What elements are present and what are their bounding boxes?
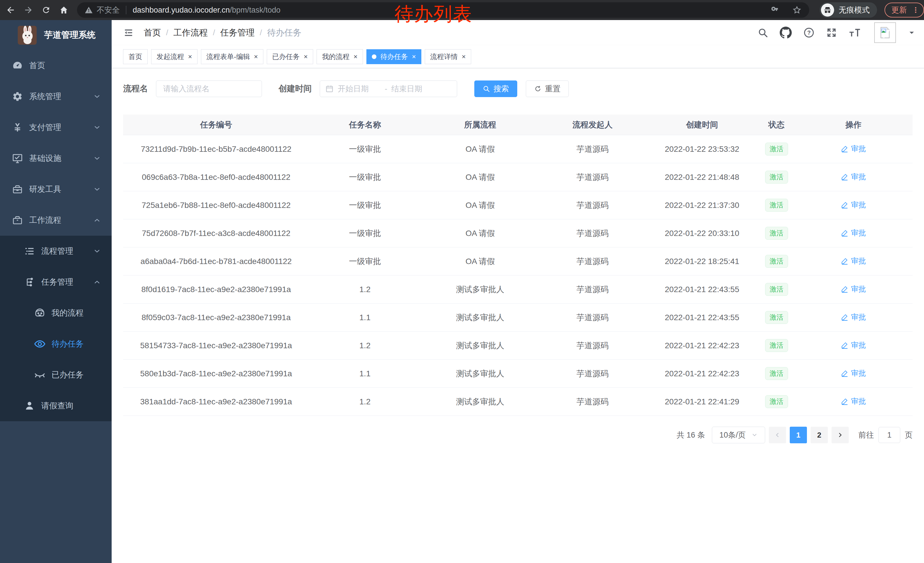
sidebar-item-home[interactable]: 首页	[0, 50, 112, 81]
sidebar-item-system[interactable]: 系统管理	[0, 81, 112, 112]
tab-已办任务[interactable]: 已办任务×	[267, 49, 313, 64]
browser-back-icon[interactable]	[3, 3, 18, 17]
tab-close-icon[interactable]: ×	[304, 53, 308, 60]
end-date-input[interactable]	[391, 84, 434, 93]
breadcrumb-item[interactable]: 首页	[144, 27, 161, 39]
github-icon[interactable]	[780, 27, 792, 39]
pencil-icon	[841, 398, 848, 405]
sidebar-item-payment[interactable]: 支付管理	[0, 112, 112, 143]
table-row: 8f059c03-7ac8-11ec-a9e2-a2380e71991a1.1测…	[123, 303, 912, 332]
tab-发起流程[interactable]: 发起流程×	[151, 49, 198, 64]
sidebar-item-workflow[interactable]: 工作流程	[0, 205, 112, 236]
tree-icon	[23, 277, 36, 288]
next-page-button[interactable]	[831, 427, 849, 443]
table-row: 73211d9d-7b9b-11ec-b5b7-acde48001122一级审批…	[123, 135, 912, 163]
cell-task-name: 1.2	[309, 341, 421, 350]
approve-link[interactable]: 审批	[841, 284, 866, 294]
breadcrumb-item[interactable]: 任务管理	[220, 27, 255, 39]
column-header: 操作	[794, 119, 912, 130]
prev-page-button[interactable]	[769, 427, 786, 443]
update-button[interactable]: 更新	[885, 3, 924, 18]
cell-starter: 芋道源码	[540, 228, 645, 239]
chevron-down-icon	[93, 93, 101, 100]
goto-page-input[interactable]	[879, 427, 900, 443]
fullscreen-icon[interactable]	[826, 27, 837, 38]
sidebar-item-my-process[interactable]: 我的流程	[0, 297, 112, 329]
sidebar-item-process-mgmt[interactable]: 流程管理	[0, 236, 112, 267]
font-size-icon[interactable]	[848, 27, 861, 38]
sidebar-item-todo-task[interactable]: 待办任务	[0, 329, 112, 359]
approve-link[interactable]: 审批	[841, 200, 866, 210]
approve-link[interactable]: 审批	[841, 172, 866, 182]
approve-link[interactable]: 审批	[841, 144, 866, 154]
sidebar-logo-row[interactable]: 芋道管理系统	[0, 20, 112, 50]
tab-close-icon[interactable]: ×	[412, 53, 416, 60]
process-name-input[interactable]	[156, 81, 262, 97]
cell-starter: 芋道源码	[540, 312, 645, 323]
toolbox-icon	[11, 184, 24, 195]
dashboard-icon	[11, 60, 24, 71]
tab-close-icon[interactable]: ×	[254, 53, 258, 60]
approve-link[interactable]: 审批	[841, 396, 866, 406]
approve-link[interactable]: 审批	[841, 256, 866, 266]
tab-首页[interactable]: 首页	[123, 49, 148, 64]
robot-icon	[33, 307, 46, 319]
date-range-picker[interactable]: -	[320, 81, 457, 97]
chevron-left-icon	[774, 432, 781, 438]
pencil-icon	[841, 313, 848, 321]
sidebar-item-devtools[interactable]: 研发工具	[0, 174, 112, 205]
search-button[interactable]: 搜索	[474, 81, 517, 97]
url-path: /bpm/task/todo	[230, 6, 280, 15]
page-button-2[interactable]: 2	[811, 427, 828, 443]
security-label[interactable]: 不安全	[96, 5, 120, 15]
sidebar-item-label: 流程管理	[41, 246, 73, 257]
table-row: 8f0d1619-7ac8-11ec-a9e2-a2380e71991a1.2测…	[123, 275, 912, 303]
search-icon[interactable]	[758, 27, 768, 38]
breadcrumb-item[interactable]: 工作流程	[174, 27, 208, 39]
filter-row: 流程名 创建时间 - 搜索	[123, 80, 912, 98]
tab-流程详情[interactable]: 流程详情×	[425, 49, 471, 64]
approve-link[interactable]: 审批	[841, 340, 866, 350]
browser-reload-icon[interactable]	[39, 3, 53, 17]
sidebar-collapse-icon[interactable]	[123, 27, 134, 38]
status-badge: 激活	[765, 171, 788, 183]
sidebar-item-done-task[interactable]: 已办任务	[0, 359, 112, 390]
page-button-1[interactable]: 1	[790, 427, 807, 443]
create-time-label: 创建时间	[279, 83, 312, 95]
tab-close-icon[interactable]: ×	[462, 53, 466, 60]
bookmark-star-icon[interactable]	[792, 5, 802, 15]
cell-process: 测试多审批人	[421, 284, 540, 295]
security-warning-icon[interactable]	[84, 6, 93, 14]
browser-forward-icon[interactable]	[21, 3, 36, 17]
cell-create-time: 2022-01-22 23:53:32	[645, 145, 759, 154]
tab-close-icon[interactable]: ×	[354, 53, 357, 60]
app-header: 首页/工作流程/任务管理/待办任务 ?	[112, 20, 924, 45]
approve-link[interactable]: 审批	[841, 368, 866, 378]
start-date-input[interactable]	[338, 84, 381, 93]
incognito-badge: 无痕模式	[819, 2, 877, 18]
sidebar-item-infra[interactable]: 基础设施	[0, 143, 112, 174]
passkey-icon[interactable]	[769, 5, 778, 15]
reset-button[interactable]: 重置	[526, 81, 569, 97]
tab-流程表单-编辑[interactable]: 流程表单-编辑×	[201, 49, 263, 64]
avatar-caret-down-icon[interactable]	[908, 29, 915, 36]
help-icon[interactable]: ?	[803, 27, 814, 38]
sidebar: 芋道管理系统 首页系统管理支付管理基础设施研发工具工作流程流程管理任务管理我的流…	[0, 20, 112, 563]
approve-link[interactable]: 审批	[841, 312, 866, 322]
cell-task-id: 73211d9d-7b9b-11ec-b5b7-acde48001122	[123, 145, 309, 154]
cell-task-name: 一级审批	[309, 228, 421, 239]
app-title: 芋道管理系统	[44, 29, 96, 41]
tab-close-icon[interactable]: ×	[188, 53, 192, 60]
page-size-select[interactable]: 10条/页	[712, 427, 765, 443]
pencil-icon	[841, 369, 848, 377]
sidebar-item-leave-query[interactable]: 请假查询	[0, 390, 112, 421]
browser-menu-kebab-icon[interactable]	[912, 6, 920, 14]
approve-link[interactable]: 审批	[841, 228, 866, 238]
sidebar-item-task-mgmt[interactable]: 任务管理	[0, 267, 112, 297]
avatar[interactable]	[874, 23, 896, 43]
cell-process: 测试多审批人	[421, 396, 540, 407]
tab-待办任务[interactable]: 待办任务×	[366, 49, 422, 64]
tab-我的流程[interactable]: 我的流程×	[316, 49, 363, 64]
browser-home-icon[interactable]	[57, 3, 71, 17]
chevron-down-icon	[93, 155, 101, 162]
